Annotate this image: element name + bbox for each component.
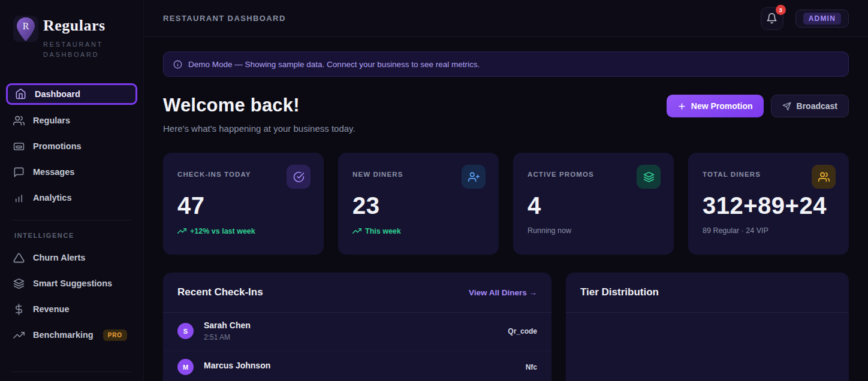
- layers-icon: [643, 171, 655, 183]
- role-badge: ADMIN: [803, 13, 841, 25]
- stat-card-new-diners: NEW DINERS 23 This week: [338, 153, 499, 255]
- trending-up-icon: [13, 329, 25, 341]
- stat-card-checkins: CHECK-INS TODAY 47 +12% vs last week: [163, 153, 324, 255]
- checkin-row[interactable]: S Sarah Chen 2:51 AM Qr_code: [163, 313, 551, 351]
- avatar: M: [177, 359, 194, 375]
- sidebar-item-dashboard[interactable]: Dashboard: [6, 83, 137, 105]
- stat-trend: +12% vs last week: [177, 226, 309, 235]
- send-icon: [782, 102, 791, 111]
- sidebar-bottom-divider: [12, 371, 131, 372]
- bar-chart-icon: [13, 192, 25, 204]
- plus-icon: [677, 102, 686, 111]
- brand-pin-icon: R: [13, 16, 38, 44]
- brand-tagline: RESTAURANT DASHBOARD: [43, 40, 106, 61]
- admin-menu-button[interactable]: ADMIN: [795, 10, 849, 28]
- stat-card-total-diners: TOTAL DINERS 312+89+24 89 Regular · 24 V…: [688, 153, 849, 255]
- stat-card-active-promos: ACTIVE PROMOS 4 Running now: [513, 153, 674, 255]
- sidebar-item-promotions[interactable]: Promotions: [0, 134, 143, 159]
- alert-triangle-icon: [13, 252, 25, 264]
- sidebar-item-churn-alerts[interactable]: Churn Alerts: [0, 245, 143, 271]
- new-promotion-button[interactable]: New Promotion: [667, 95, 764, 117]
- page-title: Welcome back!: [163, 95, 355, 116]
- stat-trend: This week: [352, 226, 484, 235]
- diner-name: Sarah Chen: [204, 320, 251, 330]
- welcome-section: Welcome back! Here's what's happening at…: [163, 95, 849, 134]
- topbar: RESTAURANT DASHBOARD 3 ADMIN: [144, 0, 868, 37]
- sidebar-divider: [12, 220, 131, 220]
- content: Demo Mode — Showing sample data. Connect…: [144, 37, 868, 381]
- tier-distribution-panel: Tier Distribution: [566, 273, 849, 381]
- sidebar-item-label: Smart Suggestions: [33, 279, 112, 288]
- panel-title: Recent Check-Ins: [177, 286, 263, 298]
- stat-cards: CHECK-INS TODAY 47 +12% vs last week NEW…: [163, 153, 849, 255]
- trend-up-icon: [352, 226, 361, 235]
- logo: R Regulars RESTAURANT DASHBOARD: [0, 0, 143, 61]
- sidebar-item-label: Promotions: [33, 141, 82, 151]
- recent-checkins-panel: Recent Check-Ins View All Diners → S Sar…: [163, 273, 551, 381]
- broadcast-button[interactable]: Broadcast: [771, 95, 849, 117]
- home-icon: [15, 88, 26, 99]
- sidebar-item-label: Messages: [33, 167, 74, 177]
- diner-name: Marcus Johnson: [204, 361, 270, 370]
- primary-nav: Dashboard Regulars Promotions Messages A…: [0, 82, 143, 211]
- stat-note: Running now: [528, 226, 659, 235]
- ticket-icon: [13, 141, 25, 152]
- info-icon: [173, 60, 182, 69]
- sidebar-item-label: Dashboard: [35, 89, 80, 99]
- demo-mode-banner: Demo Mode — Showing sample data. Connect…: [163, 52, 849, 77]
- sidebar-item-label: Benchmarking: [33, 330, 94, 340]
- checkin-method: Qr_code: [508, 327, 537, 335]
- sidebar-item-benchmarking[interactable]: Benchmarking PRO: [0, 322, 143, 348]
- stat-note: 89 Regular · 24 VIP: [703, 226, 834, 235]
- pro-badge: PRO: [103, 329, 127, 341]
- user-plus-icon: [468, 171, 480, 183]
- sidebar-item-smart-suggestions[interactable]: Smart Suggestions: [0, 271, 143, 297]
- stat-value: 312+89+24: [703, 192, 834, 219]
- avatar: S: [177, 323, 194, 339]
- sidebar-item-label: Churn Alerts: [33, 253, 85, 262]
- check-circle-icon: [293, 171, 305, 183]
- message-icon: [13, 167, 25, 178]
- checkin-time: 2:51 AM: [204, 333, 251, 341]
- sidebar-item-label: Revenue: [33, 304, 69, 314]
- trend-up-icon: [177, 226, 186, 235]
- stat-value: 47: [177, 192, 309, 219]
- sidebar-item-revenue[interactable]: Revenue: [0, 297, 143, 322]
- layers-icon: [13, 278, 25, 289]
- svg-text:R: R: [23, 21, 29, 31]
- demo-banner-text: Demo Mode — Showing sample data. Connect…: [188, 60, 480, 69]
- sidebar-item-label: Analytics: [33, 193, 71, 202]
- notifications-button[interactable]: 3: [761, 7, 783, 30]
- users-icon: [818, 171, 830, 183]
- brand-name: Regulars: [43, 16, 106, 36]
- intelligence-nav: Churn Alerts Smart Suggestions Revenue B…: [0, 245, 143, 348]
- users-icon: [13, 115, 25, 126]
- checkin-row[interactable]: M Marcus Johnson Nfc: [163, 351, 551, 381]
- sidebar-item-messages[interactable]: Messages: [0, 159, 143, 185]
- bell-icon: [766, 13, 777, 24]
- topbar-title: RESTAURANT DASHBOARD: [163, 14, 286, 23]
- stat-value: 23: [352, 192, 484, 219]
- sidebar-item-regulars[interactable]: Regulars: [0, 108, 143, 134]
- main-area: RESTAURANT DASHBOARD 3 ADMIN Demo Mode —…: [144, 0, 868, 381]
- view-all-diners-link[interactable]: View All Diners →: [469, 288, 537, 297]
- page-subtitle: Here's what's happening at your business…: [163, 123, 355, 134]
- stat-value: 4: [528, 192, 659, 219]
- notification-count-badge: 3: [776, 5, 786, 15]
- checkin-method: Nfc: [526, 363, 537, 371]
- panel-title: Tier Distribution: [580, 286, 659, 298]
- sidebar-item-analytics[interactable]: Analytics: [0, 185, 143, 211]
- sidebar: R Regulars RESTAURANT DASHBOARD Dashboar…: [0, 0, 144, 381]
- sidebar-section-title: INTELLIGENCE: [0, 229, 143, 245]
- dollar-icon: [13, 304, 25, 315]
- sidebar-item-label: Regulars: [33, 116, 70, 125]
